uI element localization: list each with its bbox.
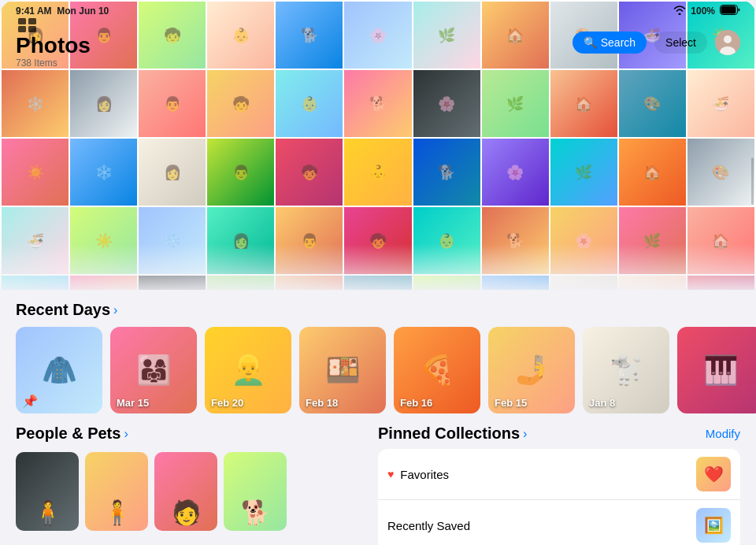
day-card[interactable]: 🍱Feb 18	[299, 327, 386, 413]
day-card[interactable]: 🍕Feb 16	[394, 327, 480, 413]
pin-icon: 📌	[22, 394, 38, 409]
photo-cell[interactable]: 👩	[70, 70, 137, 137]
search-button[interactable]: 🔍 Search	[573, 32, 647, 54]
search-icon: 🔍	[584, 36, 597, 49]
photo-cell[interactable]: 👨	[139, 70, 206, 137]
item-count: 738 Items	[16, 57, 91, 69]
header-controls: 🔍 Search Select	[573, 30, 740, 55]
grid-toggle[interactable]	[16, 17, 39, 34]
day-label: Feb 15	[495, 397, 527, 409]
day-card[interactable]: 🤳Feb 15	[488, 327, 575, 413]
photo-cell[interactable]: 👩	[139, 139, 206, 206]
app-header: Photos 738 Items 🔍 Search Select	[0, 22, 756, 63]
avatar[interactable]	[715, 30, 740, 55]
photo-cell[interactable]: ☀️	[2, 139, 69, 206]
photo-cell[interactable]: 🌸	[550, 207, 617, 274]
pinned-collections-col: Pinned Collections › Modify ♥Favorites❤️…	[378, 425, 740, 545]
photo-cell[interactable]: 🧒	[344, 207, 411, 274]
person-thumb[interactable]: 🧍	[16, 452, 79, 531]
pinned-arrow[interactable]: ›	[523, 427, 527, 441]
people-pets-arrow[interactable]: ›	[124, 427, 128, 441]
bottom-section[interactable]: Recent Days › 🧥📌👨‍👩‍👧Mar 15👱‍♂️Feb 20🍱Fe…	[0, 290, 756, 545]
svg-rect-1	[721, 6, 736, 14]
select-button[interactable]: Select	[654, 32, 707, 54]
recent-days-carousel: 🧥📌👨‍👩‍👧Mar 15👱‍♂️Feb 20🍱Feb 18🍕Feb 16🤳Fe…	[0, 327, 756, 413]
photo-cell[interactable]: 👩	[207, 207, 274, 274]
scroll-indicator	[751, 158, 754, 205]
person-thumb[interactable]: 🐕	[224, 452, 287, 531]
header-left: Photos 738 Items	[16, 17, 91, 69]
svg-point-7	[724, 35, 732, 43]
photo-cell[interactable]: 👨	[276, 207, 343, 274]
recent-days-header: Recent Days ›	[0, 301, 756, 327]
person-thumb[interactable]: 🧍	[85, 452, 148, 531]
pinned-item[interactable]: Recently Saved🖼️	[378, 500, 740, 545]
status-time: 9:41 AM Mon Jun 10	[16, 6, 109, 17]
day-card[interactable]: 🎹	[677, 327, 756, 413]
favorites-heart-icon: ♥	[387, 468, 394, 480]
photo-cell[interactable]: ☀️	[70, 207, 137, 274]
recent-days-title: Recent Days	[16, 301, 110, 319]
battery-percent: 100%	[691, 6, 715, 17]
svg-rect-5	[28, 26, 36, 32]
svg-rect-3	[28, 18, 36, 24]
day-card[interactable]: 🧥📌	[16, 327, 102, 413]
people-pets-thumbnails: 🧍🧍🧑🐕	[16, 452, 378, 531]
pinned-item-left: ♥Favorites	[387, 468, 449, 481]
day-label: Jan 8	[589, 397, 615, 409]
photo-cell[interactable]: 🧒	[207, 70, 274, 137]
svg-rect-2	[18, 18, 26, 24]
day-card[interactable]: 👨‍👩‍👧Mar 15	[110, 327, 197, 413]
people-pets-col: People & Pets › 🧍🧍🧑🐕	[16, 425, 378, 545]
day-label: Feb 16	[400, 397, 432, 409]
photo-cell[interactable]: 🌿	[482, 70, 549, 137]
status-right: 100%	[673, 5, 740, 17]
pinned-item[interactable]: ♥Favorites❤️	[378, 449, 740, 500]
photo-cell[interactable]: ❄️	[139, 207, 206, 274]
photo-cell[interactable]: 🌸	[482, 139, 549, 206]
day-label: Mar 15	[117, 397, 149, 409]
recent-days-arrow[interactable]: ›	[113, 303, 117, 317]
photo-cell[interactable]: 🏠	[687, 207, 754, 274]
people-pets-header: People & Pets ›	[16, 425, 378, 449]
pinned-thumb: 🖼️	[696, 508, 731, 543]
day-card[interactable]: 👱‍♂️Feb 20	[205, 327, 291, 413]
photo-cell[interactable]: 🎨	[687, 139, 754, 206]
day-label: Feb 18	[306, 397, 338, 409]
device-frame: 9:41 AM Mon Jun 10 100% 👩👨�	[0, 0, 756, 545]
page-title: Photos	[16, 34, 91, 58]
person-thumb[interactable]: 🧑	[154, 452, 217, 531]
pinned-item-left: Recently Saved	[387, 519, 470, 532]
photo-cell[interactable]: 🍜	[2, 207, 69, 274]
photo-cell[interactable]: 👶	[276, 70, 343, 137]
modify-button[interactable]: Modify	[706, 427, 740, 440]
photo-cell[interactable]: 🌸	[413, 70, 480, 137]
photo-cell[interactable]: 🐕	[482, 207, 549, 274]
photo-cell[interactable]: 🐕	[413, 139, 480, 206]
photo-cell[interactable]: 👶	[344, 139, 411, 206]
photo-cell[interactable]: 🌿	[619, 207, 686, 274]
photo-cell[interactable]: 🧒	[276, 139, 343, 206]
photo-cell[interactable]: ❄️	[70, 139, 137, 206]
pinned-list: ♥Favorites❤️Recently Saved🖼️	[378, 449, 740, 545]
day-card[interactable]: 🐩Jan 8	[583, 327, 669, 413]
photo-cell[interactable]: ❄️	[2, 70, 69, 137]
two-col-section: People & Pets › 🧍🧍🧑🐕 Pinned Collections …	[0, 425, 756, 545]
day-label: Feb 20	[211, 397, 243, 409]
pinned-header: Pinned Collections › Modify	[378, 425, 740, 443]
photo-cell[interactable]: 🎨	[619, 70, 686, 137]
pinned-thumb: ❤️	[696, 457, 731, 491]
photo-cell[interactable]: 👶	[413, 207, 480, 274]
photo-cell[interactable]: 🌿	[550, 139, 617, 206]
pinned-title: Pinned Collections	[378, 425, 520, 443]
photo-cell[interactable]: 🏠	[550, 70, 617, 137]
photo-cell[interactable]: 🏠	[619, 139, 686, 206]
people-pets-title: People & Pets	[16, 425, 120, 443]
svg-rect-4	[18, 26, 26, 32]
pinned-item-label: Favorites	[400, 468, 449, 481]
photo-cell[interactable]: 🐕	[344, 70, 411, 137]
photo-cell[interactable]: 👨	[207, 139, 274, 206]
pinned-title-row: Pinned Collections ›	[378, 425, 527, 443]
status-bar: 9:41 AM Mon Jun 10 100%	[0, 0, 756, 22]
photo-cell[interactable]: 🍜	[687, 70, 754, 137]
